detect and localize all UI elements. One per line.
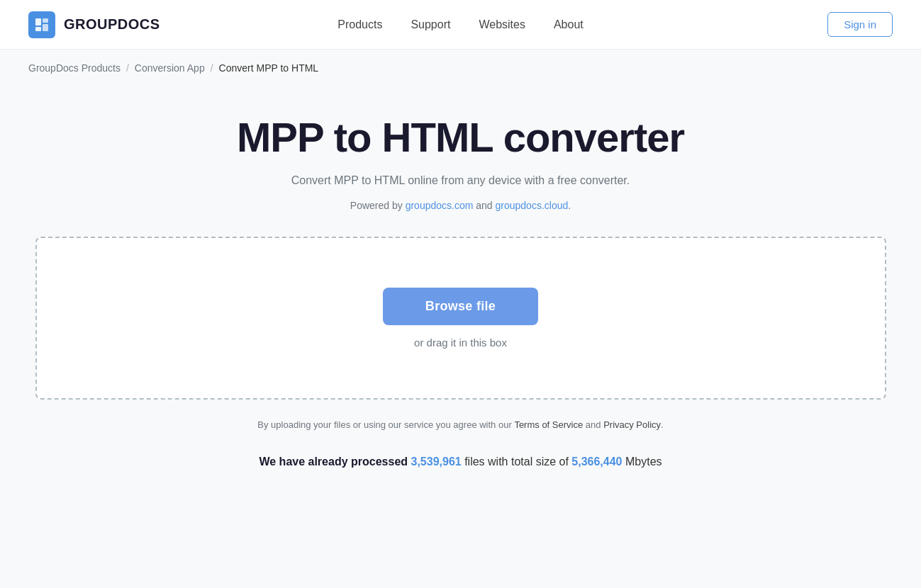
groupdocs-cloud-link[interactable]: groupdocs.cloud: [496, 200, 569, 211]
terms-text: By uploading your files or using our ser…: [257, 419, 663, 430]
breadcrumb-sep-1: /: [126, 62, 129, 74]
stats-middle: files with total size of: [464, 456, 569, 468]
header: GROUPDOCS Products Support Websites Abou…: [0, 0, 921, 50]
powered-by: Powered by groupdocs.com and groupdocs.c…: [350, 200, 571, 211]
main-content: MPP to HTML converter Convert MPP to HTM…: [0, 86, 921, 497]
powered-by-prefix: Powered by: [350, 200, 406, 211]
files-count: 3,539,961: [411, 456, 462, 468]
terms-dot: .: [661, 419, 664, 430]
breadcrumb: GroupDocs Products / Conversion App / Co…: [0, 50, 921, 86]
breadcrumb-current: Convert MPP to HTML: [219, 62, 319, 74]
svg-rect-3: [35, 27, 41, 31]
powered-by-dot: .: [568, 200, 571, 211]
terms-prefix: By uploading your files or using our ser…: [257, 419, 511, 430]
terms-and: and: [586, 419, 603, 430]
stats-prefix: We have already processed: [259, 456, 408, 468]
drop-zone[interactable]: Browse file or drag it in this box: [35, 237, 886, 400]
breadcrumb-conversion-app[interactable]: Conversion App: [135, 62, 205, 74]
svg-rect-2: [43, 24, 48, 31]
breadcrumb-groupdocs[interactable]: GroupDocs Products: [28, 62, 121, 74]
breadcrumb-sep-2: /: [211, 62, 213, 74]
stats-suffix: Mbytes: [625, 456, 662, 468]
size-count: 5,366,440: [571, 456, 622, 468]
page-subtitle: Convert MPP to HTML online from any devi…: [291, 174, 630, 187]
stats-text: We have already processed 3,539,961 file…: [259, 456, 662, 468]
main-nav: Products Support Websites About: [337, 13, 584, 37]
logo-text: GROUPDOCS: [64, 16, 160, 33]
nav-item-about[interactable]: About: [554, 13, 584, 37]
svg-rect-0: [35, 18, 41, 26]
page-title: MPP to HTML converter: [237, 115, 684, 160]
tos-link[interactable]: Terms of Service: [514, 419, 583, 430]
nav-item-products[interactable]: Products: [337, 13, 382, 37]
logo-area: GROUPDOCS: [28, 11, 160, 38]
logo-icon: [28, 11, 55, 38]
browse-file-button[interactable]: Browse file: [383, 288, 538, 325]
groupdocs-com-link[interactable]: groupdocs.com: [406, 200, 474, 211]
drag-text: or drag it in this box: [414, 337, 507, 349]
powered-by-and: and: [476, 200, 495, 211]
nav-item-websites[interactable]: Websites: [479, 13, 525, 37]
nav-item-support[interactable]: Support: [411, 13, 450, 37]
privacy-link[interactable]: Privacy Policy: [603, 419, 661, 430]
sign-in-button[interactable]: Sign in: [827, 12, 893, 37]
svg-rect-1: [43, 18, 48, 23]
